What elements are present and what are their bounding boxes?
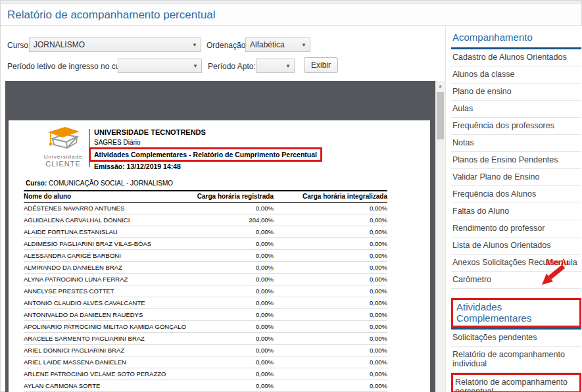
curso-select[interactable]: JORNALISMO ▼ — [29, 37, 201, 52]
percent-cell: 0,00% — [191, 321, 274, 333]
report-curso-label: Curso: — [26, 180, 47, 187]
sidebar-item[interactable]: Validar Plano de Ensino — [451, 169, 581, 186]
sidebar-item[interactable]: Solicitações pendentes — [451, 330, 581, 347]
sidebar-item[interactable]: Frequência dos Alunos — [451, 186, 581, 203]
percent-cell: 0,00% — [274, 214, 387, 226]
ordenacao-select[interactable]: Alfabética ▼ — [245, 37, 310, 52]
percent-cell: 0,00% — [191, 203, 274, 214]
percent-cell: 0,00% — [191, 368, 274, 380]
table-row: ARIEL LAIDE MASSENA DANIELEN0,00%0,00% — [24, 356, 387, 368]
report-title: Atividades Complementares - Relatório de… — [94, 151, 317, 159]
student-name-cell: ALESSANDRA CARIGÉ BARBONI — [24, 250, 191, 262]
percent-cell: 0,00% — [191, 333, 274, 345]
percent-cell: 0,00% — [191, 250, 274, 262]
chevron-down-icon: ▼ — [193, 63, 198, 69]
percent-cell: 0,00% — [191, 356, 274, 368]
ordenacao-select-value: Alfabética — [250, 40, 285, 49]
periodo-apto-select[interactable]: ▼ — [256, 59, 295, 73]
sidebar-item[interactable]: Notas — [451, 135, 581, 152]
sidebar-section-atividades: Atividades Complementares Solicitações p… — [451, 298, 581, 392]
sidebar-item[interactable]: Cadastro de Alunos Orientados — [451, 49, 581, 66]
periodo-letivo-label: Período letivo de ingresso no curso: — [7, 62, 133, 71]
student-name-cell: ALYNA PATROCINIO LUNA FERRAZ — [24, 274, 191, 285]
student-name-cell: APOLINARIO PATROCINIO MILITAO KAMIDA GON… — [24, 321, 191, 333]
page-title: Relatório de acompanhamento percentual — [1, 5, 581, 22]
report-header: UNIVERSIDADE TECNOTRENDS SAGRES Diário A… — [94, 128, 322, 170]
student-name-cell: AGUIDALENA CARVALHAL DONNICI — [24, 214, 191, 226]
percent-cell: 0,00% — [191, 345, 274, 356]
chevron-down-icon: ▼ — [192, 42, 197, 48]
table-row: ARIEL DONNICI PAGLIARINI BRAZ0,00%0,00% — [24, 345, 387, 356]
percent-cell: 0,00% — [274, 368, 387, 380]
sidebar-item[interactable]: Relatório de acompanhamento percentual — [451, 373, 581, 392]
table-row: ALDIMÉSIO PAGLIARINI BRAZ VILAS-BÔAS0,00… — [24, 238, 387, 250]
col-header-nome: Nome do aluno — [24, 191, 191, 203]
pdf-viewer: Universidade CLIENTE UNIVERSIDADE TECNOT… — [5, 81, 445, 392]
percent-cell: 0,00% — [191, 274, 274, 285]
sidebar-item[interactable]: Planos de Ensino Pendentes — [451, 152, 581, 169]
scrollbar-thumb[interactable] — [437, 92, 444, 139]
percent-cell: 0,00% — [274, 321, 387, 333]
percent-cell: 0,00% — [274, 380, 387, 392]
percent-cell: 0,00% — [191, 297, 274, 309]
sidebar-item[interactable]: Frequência dos professores — [451, 118, 581, 135]
sidebar-item[interactable]: Faltas do Aluno — [451, 203, 581, 220]
university-name: UNIVERSIDADE TECNOTRENDS — [94, 128, 322, 136]
col-header-registrada: Carga horária registrada — [191, 191, 274, 203]
system-name: SAGRES Diário — [94, 139, 322, 146]
university-logo: Universidade CLIENTE — [35, 126, 91, 168]
sidebar-list-atividades: Solicitações pendentesRelatório de acomp… — [451, 330, 581, 392]
percent-cell: 0,00% — [191, 380, 274, 392]
student-name-cell: ARIEL LAIDE MASSENA DANIELEN — [24, 356, 191, 368]
exibir-button[interactable]: Exibir — [304, 57, 338, 73]
periodo-letivo-select[interactable]: ▼ — [118, 59, 202, 73]
sidebar-item[interactable]: Plano de ensino — [451, 84, 581, 101]
student-name-cell: ARIEL DONNICI PAGLIARINI BRAZ — [24, 345, 191, 356]
table-row: ALAIDE FORTUNA ESTANISLAU0,00%0,00% — [24, 226, 387, 238]
logo-text-line2: CLIENTE — [35, 160, 91, 168]
percent-cell: 0,00% — [274, 262, 387, 274]
emission-line: Emissão: 13/12/2019 14:48 — [94, 162, 322, 170]
table-row: ALMIRANDO DA DANIELEN BRAZ0,00%0,00% — [24, 262, 387, 274]
percent-cell: 0,00% — [191, 285, 274, 297]
sidebar-item[interactable]: Rendimento do professor — [451, 220, 581, 237]
table-row: APOLINARIO PATROCINIO MILITAO KAMIDA GON… — [24, 321, 387, 333]
percent-cell: 0,00% — [274, 285, 387, 297]
sidebar-item[interactable]: Alunos da classe — [451, 66, 581, 84]
table-row: AGUIDALENA CARVALHAL DONNICI204,00%0,00% — [24, 214, 387, 226]
pdf-scrollbar[interactable]: ▲ — [435, 81, 445, 392]
pdf-page: Universidade CLIENTE UNIVERSIDADE TECNOT… — [9, 120, 430, 392]
title-bar: Relatório de acompanhamento percentual — [1, 5, 581, 26]
percent-cell: 0,00% — [191, 226, 274, 238]
table-row: ALESSANDRA CARIGÉ BARBONI0,00%0,00% — [24, 250, 387, 262]
sidebar-section-title-acompanhamento: Acompanhamento — [451, 26, 581, 49]
scroll-up-icon[interactable]: ▲ — [435, 81, 445, 91]
table-row: ANTONIO CLAUDIO ALVES CAVALCANTE0,00%0,0… — [24, 297, 387, 309]
table-row: ALYNA PATROCINIO LUNA FERRAZ0,00%0,00% — [24, 274, 387, 285]
student-name-cell: ALAIDE FORTUNA ESTANISLAU — [24, 226, 191, 238]
report-curso-line: Curso: COMUNICAÇÃO SOCIAL - JORNALISMO — [26, 180, 173, 187]
curso-select-value: JORNALISMO — [34, 40, 85, 49]
percent-cell: 0,00% — [274, 356, 387, 368]
col-header-integralizada: Carga horária integralizada — [274, 191, 387, 203]
percent-cell: 0,00% — [274, 333, 387, 345]
student-name-cell: ANNELYSE PRESTES COTTET — [24, 285, 191, 297]
sidebar-item[interactable]: Lista de Alunos Orientados — [451, 237, 581, 255]
graduation-cap-icon — [43, 126, 84, 151]
table-row: ANNELYSE PRESTES COTTET0,00%0,00% — [24, 285, 387, 297]
sidebar-item[interactable]: Aulas — [451, 101, 581, 118]
student-name-cell: AYLAN CARMONA SORTE — [24, 380, 191, 392]
percent-cell: 0,00% — [274, 203, 387, 214]
table-row: AYLAN CARMONA SORTE0,00%0,00% — [24, 380, 387, 392]
report-table: Nome do aluno Carga horária registrada C… — [24, 190, 387, 392]
student-name-cell: ALDIMÉSIO PAGLIARINI BRAZ VILAS-BÔAS — [24, 238, 191, 250]
student-name-cell: ARLENE PATROCINIO VELAME SOTO PERAZZO — [24, 368, 191, 380]
table-row: ARLENE PATROCINIO VELAME SOTO PERAZZO0,0… — [24, 368, 387, 380]
percent-cell: 0,00% — [274, 226, 387, 238]
app-window: Relatório de acompanhamento percentual C… — [0, 0, 582, 392]
percent-cell: 0,00% — [274, 345, 387, 356]
percent-cell: 204,00% — [191, 214, 274, 226]
percent-cell: 0,00% — [274, 297, 387, 309]
table-row: ANTONIVALDO DA DANIELEN RAUEDYS0,00%0,00… — [24, 309, 387, 321]
sidebar-item[interactable]: Relatório de acompanhamento individual — [451, 347, 581, 373]
